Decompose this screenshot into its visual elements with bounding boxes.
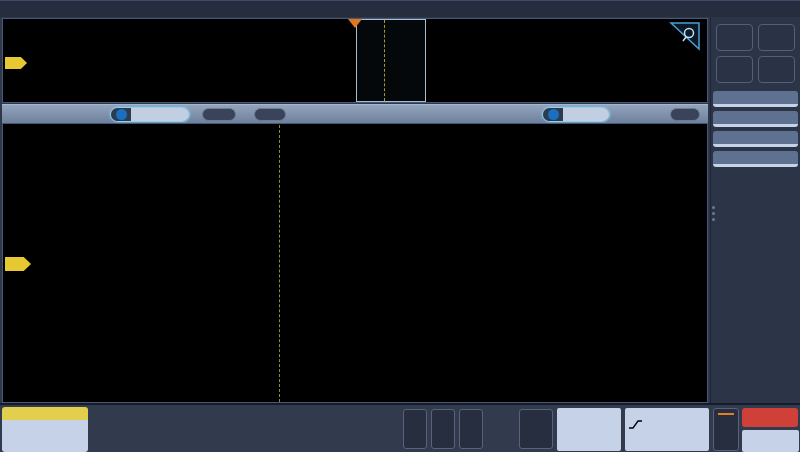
channel3-color-bar — [435, 414, 451, 417]
channel4-button[interactable] — [459, 409, 483, 449]
measurement-badge-2[interactable] — [713, 111, 798, 127]
zoom-position-value — [563, 108, 609, 121]
channel1-badge[interactable] — [2, 407, 88, 452]
channel2-button[interactable] — [403, 409, 427, 449]
measure-button[interactable] — [758, 24, 795, 51]
acquisition-badge2[interactable] — [647, 408, 709, 451]
overview-trigger-dash-line — [384, 20, 385, 101]
oscilloscope-screen — [0, 0, 800, 452]
source-tag — [780, 113, 795, 123]
trigger-position-icon[interactable] — [348, 19, 362, 28]
rising-edge-icon — [628, 419, 643, 430]
bottom-bar — [0, 403, 800, 452]
preview-button[interactable] — [742, 408, 798, 427]
channel2-color-bar — [407, 414, 423, 417]
drag-handle-icon[interactable] — [712, 206, 715, 221]
source-tag — [780, 153, 795, 163]
knob-a-icon — [111, 108, 131, 121]
channel3-button[interactable] — [431, 409, 455, 449]
main-trigger-dash-line — [279, 125, 280, 402]
zoom-controls-bar — [2, 104, 708, 123]
zoom-in-button[interactable] — [202, 108, 236, 121]
zoom-close-button[interactable] — [670, 108, 700, 121]
zoom-scale-control[interactable] — [110, 107, 190, 122]
main-graticule[interactable] — [2, 123, 708, 403]
waveform-overview[interactable] — [2, 18, 708, 103]
measurement-badge-4[interactable] — [713, 151, 798, 167]
measurement-badge-3[interactable] — [713, 131, 798, 147]
datetime-display — [742, 430, 799, 452]
overview-waveform-plot — [3, 19, 707, 102]
zoom-position-control[interactable] — [542, 107, 610, 122]
main-waveform-plot — [3, 124, 707, 402]
rf-color-bar — [718, 413, 734, 415]
source-tag — [780, 133, 795, 143]
knob-b-icon — [543, 108, 563, 121]
results-table-button[interactable] — [758, 56, 795, 83]
zoom-scale-value — [131, 108, 189, 121]
measurement-badge-1[interactable] — [713, 91, 798, 107]
zoom-window-box[interactable] — [356, 19, 426, 102]
math-ref-bus-button[interactable] — [519, 409, 553, 449]
cursors-button[interactable] — [716, 24, 753, 51]
rf-button[interactable] — [713, 408, 739, 451]
channel4-color-bar — [463, 414, 479, 417]
zoom-overview-icon[interactable] — [669, 21, 701, 51]
search-button[interactable] — [716, 56, 753, 83]
results-sidebar — [710, 17, 800, 403]
zoom-out-button[interactable] — [254, 108, 286, 121]
source-tag — [780, 93, 795, 103]
menu-bar — [0, 0, 800, 17]
horizontal-badge[interactable] — [557, 408, 621, 451]
